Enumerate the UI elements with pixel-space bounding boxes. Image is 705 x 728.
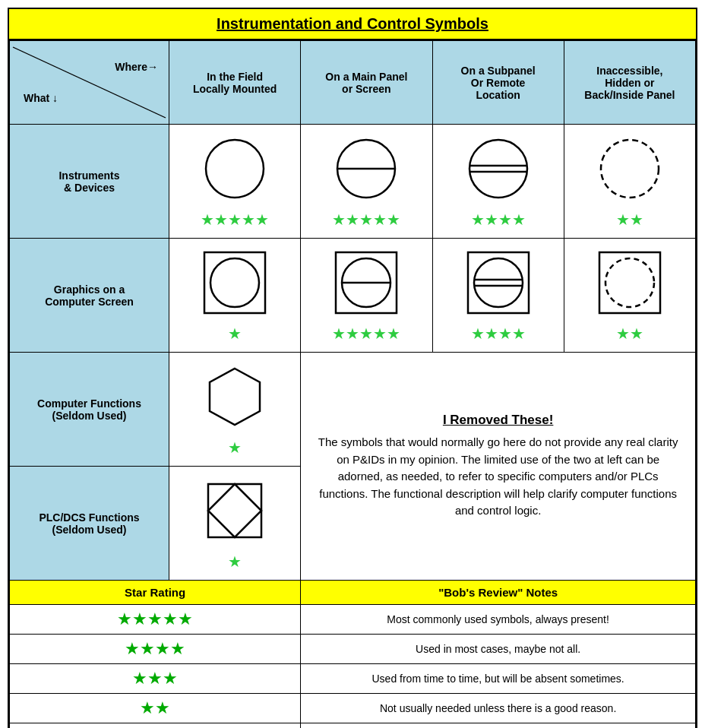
page-title: Instrumentation and Control Symbols: [9, 9, 696, 40]
col1-header: In the FieldLocally Mounted: [169, 41, 301, 125]
what-label: What ↓: [24, 92, 58, 104]
col4-header: Inaccessible,Hidden orBack/Inside Panel: [564, 41, 695, 125]
svg-marker-21: [208, 484, 261, 537]
instruments-col2: ★★★★★: [301, 125, 432, 239]
double-line-circle-symbol: [464, 135, 533, 203]
graphics-col1-stars: ★: [177, 324, 292, 343]
legend-2stars-note: Not usually needed unless there is a goo…: [301, 694, 696, 723]
computer-functions-label: Computer Functions(Seldom Used): [10, 353, 169, 467]
graphics-row: Graphics on aComputer Screen ★ ★★★★★: [10, 239, 696, 353]
svg-rect-13: [468, 252, 529, 313]
svg-point-1: [206, 140, 264, 198]
legend-row-5stars: ★★★★★ Most commonly used symbols, always…: [10, 605, 696, 635]
col2-stars: ★★★★★: [308, 210, 424, 229]
svg-line-0: [13, 47, 166, 118]
legend-row-2stars: ★★ Not usually needed unless there is a …: [10, 694, 696, 723]
svg-point-7: [601, 140, 659, 198]
legend-5stars-note: Most commonly used symbols, always prese…: [301, 605, 696, 635]
svg-rect-17: [599, 252, 660, 313]
square-dashed-circle-symbol: [596, 248, 664, 317]
header-row: Where→ What ↓ In the FieldLocally Mounte…: [10, 41, 696, 125]
halved-circle-symbol: [332, 135, 400, 203]
hexagon-symbol: [201, 362, 269, 431]
graphics-col4: ★★: [564, 239, 695, 353]
graphics-col2: ★★★★★: [301, 239, 432, 353]
plc-col1-stars: ★: [177, 552, 292, 571]
svg-point-9: [210, 258, 259, 307]
where-label: Where→: [115, 61, 158, 73]
removed-title: I Removed These!: [313, 413, 683, 428]
plc-label: PLC/DCS Functions(Seldom Used): [10, 467, 169, 581]
col3-stars: ★★★★: [441, 210, 556, 229]
graphics-col3: ★★★★: [432, 239, 564, 353]
instruments-row: Instruments& Devices ★★★★★ ★★★★★: [10, 125, 696, 239]
legend-3stars-note: Used from time to time, but will be abse…: [301, 664, 696, 694]
square-halved-circle-symbol: [332, 248, 400, 317]
legend-2stars: ★★: [10, 694, 301, 723]
square-plain-circle-symbol: [201, 248, 269, 317]
graphics-label: Graphics on aComputer Screen: [10, 239, 169, 353]
legend-1star: ★: [10, 723, 301, 729]
diagonal-header-cell: Where→ What ↓: [10, 41, 169, 125]
svg-rect-8: [204, 252, 265, 313]
square-double-circle-symbol: [464, 248, 533, 317]
legend-row-3stars: ★★★ Used from time to time, but will be …: [10, 664, 696, 694]
legend-1star-note: You can avoid using this symbol most of …: [301, 723, 696, 729]
svg-point-4: [469, 140, 527, 198]
col2-header: On a Main Panelor Screen: [301, 41, 432, 125]
legend-row-4stars: ★★★★ Used in most cases, maybe not all.: [10, 635, 696, 664]
legend-3stars: ★★★: [10, 664, 301, 694]
legend-4stars: ★★★★: [10, 635, 301, 664]
svg-point-14: [474, 258, 523, 307]
plain-circle-symbol: [201, 135, 269, 203]
computer-functions-col1-stars: ★: [177, 438, 292, 457]
svg-marker-19: [210, 369, 260, 425]
legend-5stars: ★★★★★: [10, 605, 301, 635]
instruments-col3: ★★★★: [432, 125, 564, 239]
legend-header-left: Star Rating: [10, 581, 301, 605]
col4-stars: ★★: [572, 210, 688, 229]
main-container: Instrumentation and Control Symbols Wher…: [8, 8, 697, 728]
graphics-col1: ★: [169, 239, 301, 353]
instruments-label: Instruments& Devices: [10, 125, 169, 239]
col3-header: On a SubpanelOr RemoteLocation: [432, 41, 564, 125]
plc-col1: ★: [169, 467, 301, 581]
computer-functions-col1: ★: [169, 353, 301, 467]
dashed-circle-symbol: [596, 135, 664, 203]
computer-functions-row: Computer Functions(Seldom Used) ★ I Remo…: [10, 353, 696, 467]
svg-rect-20: [208, 484, 261, 537]
legend-4stars-note: Used in most cases, maybe not all.: [301, 635, 696, 664]
graphics-col3-stars: ★★★★: [441, 324, 556, 343]
square-diamond-symbol: [201, 476, 269, 545]
removed-text-cell: I Removed These! The symbols that would …: [301, 353, 696, 581]
col1-stars: ★★★★★: [177, 210, 292, 229]
graphics-col2-stars: ★★★★★: [308, 324, 424, 343]
instruments-col1: ★★★★★: [169, 125, 301, 239]
legend-header-right: "Bob's Review" Notes: [301, 581, 696, 605]
legend-row-1star: ★ You can avoid using this symbol most o…: [10, 723, 696, 729]
graphics-col4-stars: ★★: [572, 324, 688, 343]
instruments-col4: ★★: [564, 125, 695, 239]
svg-point-18: [605, 258, 654, 307]
removed-text: The symbols that would normally go here …: [313, 434, 683, 520]
legend-header-row: Star Rating "Bob's Review" Notes: [10, 581, 696, 605]
